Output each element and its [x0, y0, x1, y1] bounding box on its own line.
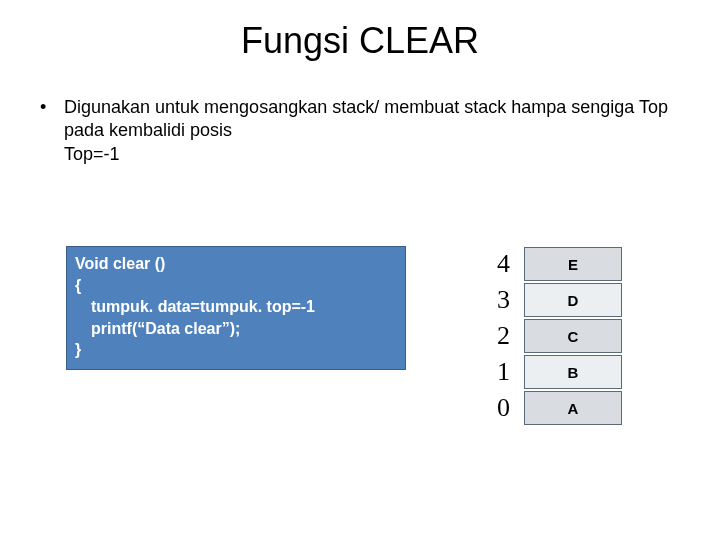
bullet-text-line1: Digunakan untuk mengosangkan stack/ memb… — [64, 96, 680, 143]
code-line: } — [75, 339, 397, 361]
code-line: { — [75, 275, 397, 297]
stack-index: 4 — [470, 249, 524, 279]
code-line: Void clear () — [75, 253, 397, 275]
stack-row: 2 C — [470, 318, 622, 354]
bullet-text-line2: Top=-1 — [64, 143, 680, 166]
stack-cell: A — [524, 391, 622, 425]
stack-row: 3 D — [470, 282, 622, 318]
stack-row: 1 B — [470, 354, 622, 390]
slide: Fungsi CLEAR • Digunakan untuk mengosang… — [0, 0, 720, 540]
stack-row: 0 A — [470, 390, 622, 426]
slide-title: Fungsi CLEAR — [0, 20, 720, 62]
bullet-block: • Digunakan untuk mengosangkan stack/ me… — [40, 96, 680, 166]
stack-index: 1 — [470, 357, 524, 387]
code-line: tumpuk. data=tumpuk. top=-1 — [75, 296, 397, 318]
bullet-marker: • — [40, 96, 64, 143]
stack-cell: B — [524, 355, 622, 389]
stack-cell: E — [524, 247, 622, 281]
stack-index: 2 — [470, 321, 524, 351]
stack-cell: D — [524, 283, 622, 317]
code-box: Void clear () { tumpuk. data=tumpuk. top… — [66, 246, 406, 370]
bullet-item: • Digunakan untuk mengosangkan stack/ me… — [40, 96, 680, 143]
stack-cell: C — [524, 319, 622, 353]
code-line: printf(“Data clear”); — [75, 318, 397, 340]
stack-index: 3 — [470, 285, 524, 315]
stack-index: 0 — [470, 393, 524, 423]
stack-diagram: 4 E 3 D 2 C 1 B 0 A — [470, 246, 622, 426]
stack-row: 4 E — [470, 246, 622, 282]
